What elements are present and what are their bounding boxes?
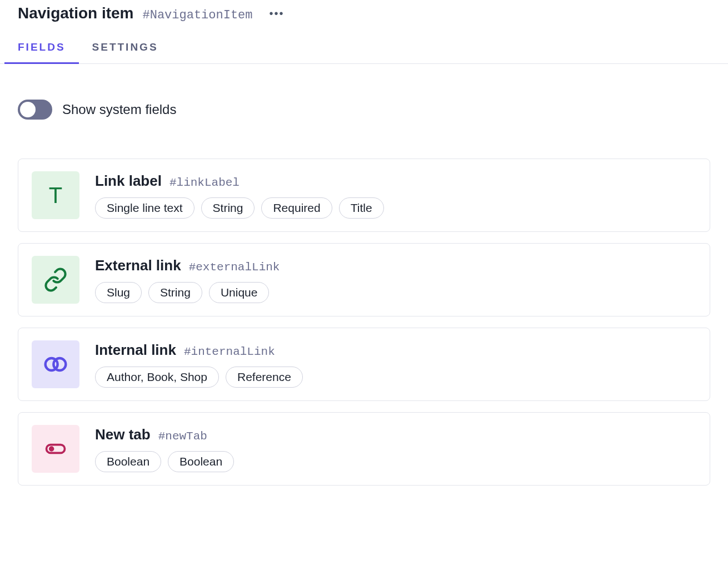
field-title: Link label [95, 172, 162, 190]
more-button[interactable]: ••• [270, 7, 285, 20]
tabs: FIELDS SETTINGS [0, 41, 728, 64]
show-system-fields-toggle[interactable] [18, 100, 52, 120]
field-tag: String [201, 197, 255, 219]
field-list: T Link label #linkLabel Single line text… [18, 159, 710, 486]
page-title: Navigation item [18, 4, 133, 22]
field-id: #externalLink [189, 261, 280, 274]
kebab-icon: ••• [270, 7, 285, 19]
tab-fields[interactable]: FIELDS [18, 41, 66, 63]
field-tag: Single line text [95, 197, 195, 219]
field-card-new-tab[interactable]: New tab #newTab Boolean Boolean [18, 412, 710, 486]
field-id: #newTab [158, 430, 207, 443]
field-tag: Unique [209, 282, 270, 303]
toggle-knob [20, 102, 36, 117]
field-title: Internal link [95, 342, 176, 359]
field-card-internal-link[interactable]: Internal link #internalLink Author, Book… [18, 328, 710, 401]
link-icon [32, 256, 79, 304]
field-title: External link [95, 257, 181, 274]
field-tag: Boolean [168, 451, 234, 472]
svg-point-3 [50, 447, 53, 451]
field-title: New tab [95, 426, 151, 443]
field-tag: Boolean [95, 451, 161, 472]
field-card-external-link[interactable]: External link #externalLink Slug String … [18, 243, 710, 316]
field-tag: Title [339, 197, 384, 219]
field-id: #linkLabel [169, 176, 240, 189]
field-tag: Slug [95, 282, 142, 303]
field-tag: Required [261, 197, 332, 219]
field-card-link-label[interactable]: T Link label #linkLabel Single line text… [18, 159, 710, 232]
page-id: #NavigationItem [142, 8, 252, 22]
boolean-icon [32, 425, 79, 473]
field-tag: Author, Book, Shop [95, 367, 219, 388]
field-tag: Reference [226, 367, 303, 388]
tab-settings[interactable]: SETTINGS [92, 41, 158, 63]
field-id: #internalLink [184, 345, 275, 358]
relation-icon [32, 340, 79, 388]
text-icon: T [32, 171, 79, 219]
field-tag: String [148, 282, 202, 303]
toggle-label: Show system fields [62, 102, 176, 117]
svg-point-1 [53, 358, 66, 370]
